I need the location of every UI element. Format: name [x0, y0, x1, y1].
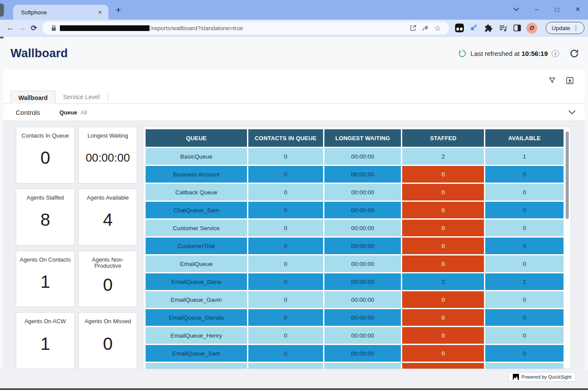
address-bar[interactable]: /reports/wallboard?standalone=true ☆ [42, 21, 449, 35]
password-key-icon[interactable] [469, 23, 479, 33]
cell-available: 0 [485, 202, 564, 218]
table-row[interactable]: EmailQueue_Glendo 0 00:00:00 0 0 [146, 309, 564, 326]
cell-queue [146, 363, 247, 369]
reload-button[interactable]: ⟳ [28, 21, 40, 35]
table-row[interactable]: BasicQueue 0 00:00:00 2 1 [146, 148, 564, 165]
table-row-partial[interactable]: 0 00:00:00 0 0 [146, 363, 564, 369]
close-button[interactable]: × [567, 0, 588, 18]
table-row[interactable]: Business Account 0 00:00:00 0 0 [146, 166, 564, 183]
kpi-agents-on-missed[interactable]: Agents On Missed 0 [78, 312, 137, 369]
dashboard-panel: Wallboard Service Level Controls Queue A… [3, 70, 585, 369]
open-in-new-icon[interactable] [407, 23, 419, 33]
cell-longest: 00:00:00 [324, 166, 401, 183]
kpi-agents-on-acw[interactable]: Agents On ACW 1 [16, 312, 75, 369]
chevron-down-icon[interactable] [568, 110, 576, 114]
table-row[interactable]: EmailQueue 0 00:00:00 0 0 [146, 255, 564, 272]
kpi-longest-waiting[interactable]: Longest Waiting 00:00:00 [78, 127, 137, 183]
side-panel-icon[interactable] [512, 23, 522, 33]
table-row[interactable]: EmailQueue_Henry 0 00:00:00 0 0 [146, 327, 564, 344]
kpi-agents-available[interactable]: Agents Available 4 [78, 189, 137, 245]
kpi-contacts-in-queue[interactable]: Contacts In Queue 0 [16, 127, 75, 183]
cell-available: 0 [485, 255, 564, 272]
export-download-icon[interactable] [564, 75, 575, 86]
kpi-label: Agents On Missed [84, 318, 131, 325]
kpi-label: Agents Non-Productive [81, 257, 135, 270]
tab-service-level[interactable]: Service Level [56, 90, 107, 104]
refresh-timer-icon [458, 49, 466, 58]
cell-staffed: 0 [402, 166, 484, 183]
cell-staffed: 0 [402, 345, 484, 362]
new-tab-button[interactable]: + [113, 5, 124, 15]
cell-contacts: 0 [248, 273, 323, 290]
table-scrollbar-thumb[interactable] [566, 131, 569, 219]
info-icon[interactable]: i [552, 50, 559, 57]
cell-staffed: 0 [402, 238, 484, 254]
table-row[interactable]: EmailQueue_Dane 0 00:00:00 2 1 [146, 273, 564, 290]
table-row[interactable]: EmailQueue_Gavin 0 00:00:00 0 0 [146, 291, 564, 308]
bookmark-star-icon[interactable]: ☆ [431, 23, 444, 33]
forward-button[interactable]: → [16, 21, 28, 35]
column-header-available[interactable]: AVAILABLE [485, 129, 564, 147]
last-refreshed-label: Last refreshed at [470, 50, 520, 57]
cell-longest: 00:00:00 [324, 255, 401, 272]
extensions-puzzle-icon[interactable] [483, 23, 494, 33]
browser-titlebar: Softphone × + − □ × [0, 0, 588, 20]
sheet-tabs: Wallboard Service Level [3, 91, 585, 104]
browser-update-button[interactable]: Update ⋮ [546, 22, 585, 34]
refresh-button[interactable] [569, 48, 579, 59]
cell-contacts: 0 [248, 166, 323, 183]
kpi-agents-non-productive[interactable]: Agents Non-Productive 0 [78, 251, 137, 307]
kebab-menu-icon[interactable]: ⋮ [570, 24, 582, 32]
quicksight-badge[interactable]: Powered by QuickSight [508, 372, 576, 382]
filter-icon[interactable] [547, 75, 557, 86]
back-button[interactable]: ← [4, 21, 16, 35]
column-header-queue[interactable]: QUEUE [146, 129, 247, 147]
minimize-button[interactable]: − [526, 0, 547, 18]
media-playlist-icon[interactable] [498, 23, 508, 33]
cell-staffed: 0 [402, 327, 484, 344]
tab-search-chevron-icon[interactable] [506, 0, 526, 18]
tab-separator [108, 93, 108, 100]
column-header-longest[interactable]: LONGEST WAITING [324, 129, 401, 147]
tab-close-icon[interactable]: × [96, 8, 104, 16]
profile-avatar[interactable] [526, 23, 537, 34]
taskbar-edge [0, 388, 588, 390]
extension-dots-icon[interactable] [454, 23, 465, 33]
table-scrollbar[interactable] [565, 130, 569, 367]
cell-longest: 00:00:00 [324, 363, 401, 369]
browser-tab[interactable]: Softphone × [13, 5, 108, 20]
controls-bar[interactable]: Controls Queue All [3, 104, 585, 121]
table-row[interactable]: Callback Queue 0 00:00:00 0 0 [146, 184, 564, 200]
quicksight-logo-icon [513, 374, 519, 380]
column-header-staffed[interactable]: STAFFED [402, 129, 484, 147]
kpi-label: Agents On ACW [24, 318, 66, 325]
column-header-contacts[interactable]: CONTACTS IN QUEUE [248, 129, 323, 147]
kpi-value: 0 [40, 148, 50, 168]
controls-label: Controls [16, 109, 59, 116]
table-header-row: QUEUE CONTACTS IN QUEUE LONGEST WAITING … [146, 129, 564, 147]
kpi-agents-staffed[interactable]: Agents Staffed 8 [16, 189, 75, 245]
cell-contacts: 0 [248, 309, 323, 326]
refresh-cluster: Last refreshed at 10:56:19 i [458, 48, 579, 59]
table-row[interactable]: ChatQueue_Sam 0 00:00:00 0 0 [146, 202, 564, 218]
table-row[interactable]: CustomerTrial 0 00:00:00 0 0 [146, 238, 564, 254]
browser-tab-title: Softphone [21, 9, 96, 16]
cell-longest: 00:00:00 [324, 309, 401, 326]
dashboard-toolbar [3, 70, 585, 91]
cell-available: 0 [485, 309, 564, 326]
cell-staffed: 0 [402, 220, 484, 236]
kpi-value: 0 [103, 275, 112, 295]
maximize-button[interactable]: □ [547, 0, 567, 18]
cell-queue: CustomerTrial [146, 238, 247, 254]
redacted-url-segment [60, 25, 150, 31]
quicksight-badge-text: Powered by QuickSight [522, 374, 571, 380]
queue-filter-value[interactable]: All [80, 109, 87, 116]
tab-wallboard[interactable]: Wallboard [10, 91, 56, 104]
table-row[interactable]: Customer Service 0 00:00:00 0 0 [146, 220, 564, 236]
cell-queue: Callback Queue [146, 184, 247, 200]
cell-staffed: 0 [402, 184, 484, 200]
share-icon[interactable] [419, 23, 431, 33]
kpi-agents-on-contacts[interactable]: Agents On Contacts 1 [16, 251, 75, 307]
table-row[interactable]: EmailQueue_Sam 0 00:00:00 0 0 [146, 345, 564, 362]
url-text[interactable]: /reports/wallboard?standalone=true [150, 25, 407, 31]
